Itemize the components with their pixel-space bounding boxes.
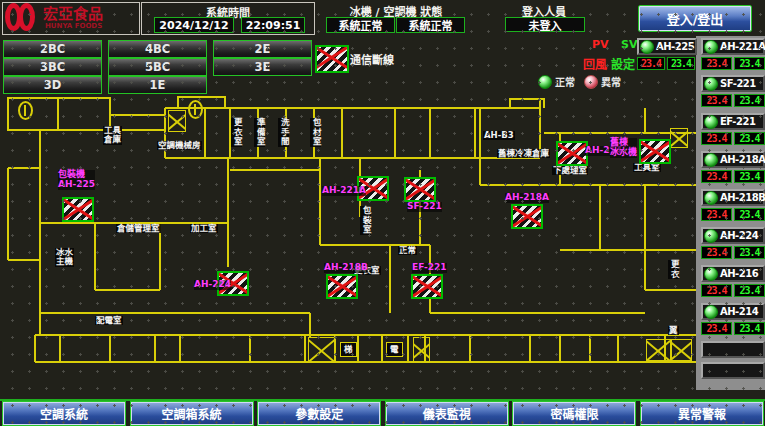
unit-led-icon [704, 229, 718, 243]
chiller-status-value: 系統正常 [326, 17, 395, 33]
room-label: 準備室 [254, 118, 265, 147]
pv-value-AH-216: 23.4 [701, 284, 732, 297]
nav-button-3[interactable]: 參數設定 [257, 401, 381, 426]
stair-icon [168, 110, 186, 132]
unit-led-icon [704, 40, 718, 54]
pv-value-AH-225: 23.4 [637, 57, 665, 70]
company-name-en: HUNYA FOODS [45, 23, 102, 30]
unit-label-AH-218A: AH-218A [505, 193, 549, 203]
sv-value-AH-214: 23.4 [734, 322, 765, 335]
login-section: 登入人員 未登入 [480, 2, 608, 35]
unit-name: SF-221 [720, 78, 756, 89]
unit-label-AH-221A: AH-221A [322, 186, 366, 196]
company-logo-icon [3, 3, 37, 31]
room-label: 舊棟冷凍倉庫 [497, 149, 550, 158]
panel-empty-tile [701, 341, 765, 358]
sv-header-label: SV [621, 38, 637, 51]
floor-button-5BC[interactable]: 5BC [108, 58, 207, 76]
stair-icon [413, 337, 430, 363]
pv-type-label: 回風 [583, 55, 607, 72]
nav-button-4[interactable]: 儀表監視 [385, 401, 509, 426]
panel-unit-EF-221[interactable]: EF-221 [701, 113, 765, 130]
company-name: 宏亞食品 [43, 7, 103, 22]
sv-value-AH-221A: 23.4 [734, 57, 765, 70]
comm-lost-icon [315, 45, 349, 73]
panel-unit-AH-225[interactable]: AH-225 [637, 38, 697, 55]
unit-led-icon [704, 191, 718, 205]
nav-button-1[interactable]: 空調系統 [2, 401, 126, 426]
normal-legend: 正常 [538, 74, 575, 89]
abnormal-led-icon [584, 75, 598, 89]
room-label: 電 [386, 342, 403, 357]
pv-value-EF-221: 23.4 [701, 132, 732, 145]
unit-icon-AH-214[interactable] [556, 141, 588, 166]
unit-icon-AH-218B[interactable] [326, 274, 358, 299]
unit-name: AH-221A [720, 41, 765, 52]
unit-icon-EF-221[interactable] [411, 274, 443, 299]
system-clock-value: 22:09:51 [241, 17, 305, 33]
floor-button-3E[interactable]: 3E [213, 58, 312, 76]
unit-name: AH-225 [656, 41, 694, 52]
unit-led-icon [704, 305, 718, 319]
unit-led-icon [704, 77, 718, 91]
stair-icon [646, 339, 671, 361]
unit-name: AH-224 [720, 230, 758, 241]
unit-label-EF-221: EF-221 [412, 263, 447, 273]
floor-button-3BC[interactable]: 3BC [3, 58, 102, 76]
room-label: 下處理室 [552, 166, 588, 175]
room-label: 配電室 [95, 316, 123, 325]
spiral-stair-icon [18, 101, 33, 120]
pv-value-SF-221: 23.4 [701, 94, 732, 107]
unit-name: AH-218A [720, 154, 765, 165]
panel-unit-AH-218A[interactable]: AH-218A [701, 151, 765, 168]
room-label: 倉儲管理室 [116, 224, 161, 233]
normal-legend-label: 正常 [555, 74, 575, 89]
hmi-screen: 宏亞食品 HUNYA FOODS 系統時間 2024/12/12 22:09:5… [0, 0, 765, 426]
unit-led-icon [704, 115, 718, 129]
unit-icon-SF-221[interactable] [404, 177, 436, 202]
nav-button-5[interactable]: 密碼權限 [512, 401, 636, 426]
floor-button-2E[interactable]: 2E [213, 40, 312, 58]
unit-label-SF-221: SF-221 [407, 202, 442, 212]
pv-value-AH-221A: 23.4 [701, 57, 732, 70]
room-label: 空調機械房 [157, 141, 202, 150]
unit-label-AH-218B: AH-218B [324, 263, 368, 273]
unit-name: AH-214 [720, 306, 758, 317]
unit-label-冰水機: 舊棟 冰水機 [610, 138, 637, 158]
room-label: 冰水 主機 [55, 248, 74, 267]
sv-value-AH-218A: 23.4 [734, 170, 765, 183]
panel-unit-AH-216[interactable]: AH-216 [701, 265, 765, 282]
floor-button-2BC[interactable]: 2BC [3, 40, 102, 58]
floor-button-4BC[interactable]: 4BC [108, 40, 207, 58]
unit-icon-冰水機[interactable] [639, 139, 671, 164]
stair-icon [670, 128, 688, 148]
nav-button-2[interactable]: 空調箱系統 [130, 401, 254, 426]
panel-unit-AH-218B[interactable]: AH-218B [701, 189, 765, 206]
room-label: 梯 [340, 342, 357, 357]
sv-value-SF-221: 23.4 [734, 94, 765, 107]
unit-icon-AH-218A[interactable] [511, 204, 543, 229]
room-label: 工具室 [633, 163, 661, 172]
room-label: 加工室 [190, 224, 218, 233]
panel-unit-AH-214[interactable]: AH-214 [701, 303, 765, 320]
sv-type-label: 設定 [611, 55, 635, 72]
login-logout-button[interactable]: 登入/登出 [638, 5, 752, 32]
panel-unit-SF-221[interactable]: SF-221 [701, 75, 765, 92]
room-label: 正常 [398, 246, 417, 255]
pv-header-label: PV [592, 38, 609, 51]
room-label: 包裝室 [360, 206, 371, 235]
machine-status-section: 冰機 / 空調機 狀態 系統正常 系統正常 [322, 2, 470, 35]
nav-button-6[interactable]: 異常警報 [640, 401, 764, 426]
room-label: 洗手間 [278, 118, 289, 147]
unit-icon-AH-225[interactable] [62, 197, 94, 222]
panel-unit-AH-224[interactable]: AH-224 [701, 227, 765, 244]
floor-button-1E[interactable]: 1E [108, 76, 207, 94]
abnormal-legend-label: 異常 [601, 74, 621, 89]
unit-name: AH-216 [720, 268, 758, 279]
unit-led-icon [704, 153, 718, 167]
logo-section: 宏亞食品 HUNYA FOODS [2, 2, 140, 35]
normal-led-icon [538, 75, 552, 89]
room-label: 工具 倉庫 [103, 126, 122, 145]
panel-unit-AH-221A[interactable]: AH-221A [701, 38, 765, 55]
floor-button-3D[interactable]: 3D [3, 76, 102, 94]
